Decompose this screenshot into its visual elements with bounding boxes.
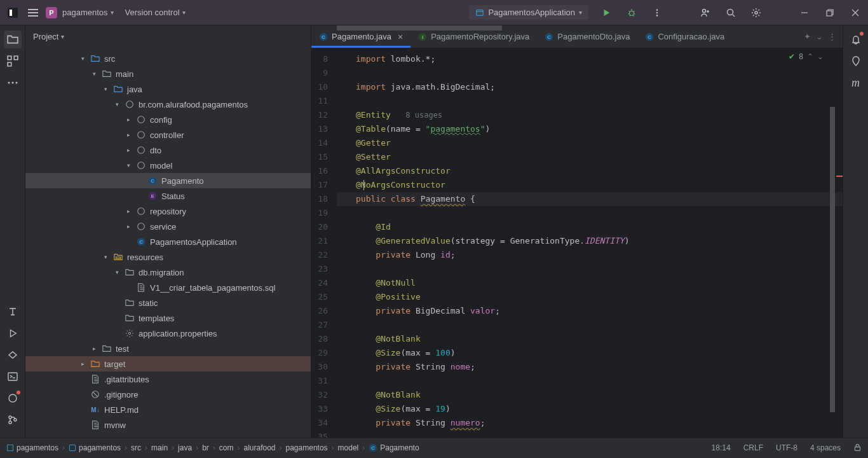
problems-tool-icon[interactable]: [4, 389, 22, 407]
project-tool-icon[interactable]: [4, 31, 22, 48]
tree-row[interactable]: V1__criar_tabela_pagamentos.sql: [25, 280, 311, 295]
breadcrumb-item[interactable]: com: [219, 443, 234, 452]
settings-icon[interactable]: [749, 5, 764, 20]
file-encoding[interactable]: UTF-8: [776, 443, 797, 452]
debug-button[interactable]: [624, 5, 639, 20]
tree-row[interactable]: M↓HELP.md: [25, 402, 311, 417]
tree-row[interactable]: CPagamento: [25, 173, 311, 188]
tree-row[interactable]: ▾java: [25, 81, 311, 97]
tree-row[interactable]: ▾model: [25, 158, 311, 173]
run-config-selector[interactable]: PagamentosApplication ▾: [469, 5, 588, 20]
breadcrumb[interactable]: pagamentos›pagamentos›src›main›java›br›c…: [6, 443, 419, 452]
ai-icon[interactable]: ✦: [804, 32, 811, 41]
code-with-me-icon[interactable]: [698, 5, 713, 20]
tree-arrow-icon[interactable]: ▾: [102, 254, 109, 260]
tree-arrow-icon[interactable]: ▸: [125, 116, 132, 123]
breadcrumb-item[interactable]: CPagamento: [369, 443, 419, 452]
project-panel-header[interactable]: Project ▾: [25, 25, 311, 48]
run-tool-icon[interactable]: [4, 324, 22, 342]
tree-row[interactable]: ▾main: [25, 66, 311, 81]
ai-assistant-icon[interactable]: [847, 52, 865, 70]
tree-row[interactable]: CPagamentosApplication: [25, 234, 311, 249]
code-area[interactable]: ✔ 8 ⌃ ⌄ 89101112131415161718192021222324…: [311, 48, 843, 438]
tree-row[interactable]: static: [25, 295, 311, 310]
editor-tab[interactable]: CConfiguracao.java: [637, 25, 732, 48]
app-icon[interactable]: [5, 5, 20, 20]
tree-arrow-icon[interactable]: ▾: [79, 55, 86, 62]
more-tools-icon[interactable]: [4, 74, 22, 92]
editor-tab[interactable]: IPagamentoRepository.java: [410, 25, 537, 48]
code-lines[interactable]: import lombok.*; import java.math.BigDec…: [337, 48, 843, 438]
tree-arrow-icon[interactable]: ▸: [125, 208, 132, 214]
line-separator[interactable]: CRLF: [743, 443, 763, 452]
tree-row[interactable]: templates: [25, 310, 311, 326]
tree-arrow-icon[interactable]: ▸: [79, 361, 86, 367]
vcs-tool-icon[interactable]: [4, 411, 22, 429]
tree-row[interactable]: ▸repository: [25, 204, 311, 219]
package-icon: [136, 130, 146, 139]
tree-arrow-icon[interactable]: ▾: [102, 86, 109, 92]
tree-row[interactable]: ▸service: [25, 219, 311, 234]
tree-row[interactable]: mvnw: [25, 417, 311, 433]
tree-row[interactable]: EStatus: [25, 188, 311, 204]
tab-label: PagamentoDto.java: [557, 32, 630, 41]
tree-row[interactable]: ▸target: [25, 356, 311, 371]
project-tree[interactable]: ▾src▾main▾java▾br.com.alurafood.pagament…: [25, 48, 311, 438]
chevron-down-icon[interactable]: ⌄: [816, 32, 823, 41]
cursor-position[interactable]: 18:14: [712, 443, 731, 452]
run-button[interactable]: [599, 5, 614, 20]
tree-arrow-icon[interactable]: ▾: [113, 269, 121, 275]
minimize-icon[interactable]: [797, 5, 812, 20]
tree-row[interactable]: ▾src: [25, 51, 311, 66]
breadcrumb-item[interactable]: pagamentos: [6, 443, 58, 452]
tree-row[interactable]: ▸test: [25, 341, 311, 356]
svg-point-28: [138, 147, 145, 154]
text-tool-icon[interactable]: [4, 303, 22, 321]
tree-row[interactable]: ▾br.com.alurafood.pagamentos: [25, 97, 311, 112]
terminal-tool-icon[interactable]: [4, 368, 22, 385]
more-icon[interactable]: ⋮: [828, 32, 836, 41]
tree-arrow-icon[interactable]: ▾: [113, 101, 121, 108]
breadcrumb-item[interactable]: java: [178, 443, 192, 452]
main-menu-icon[interactable]: [25, 5, 41, 20]
close-icon[interactable]: [848, 5, 863, 20]
error-stripe[interactable]: [835, 48, 843, 438]
tree-row[interactable]: ▸config: [25, 112, 311, 127]
tree-row[interactable]: ▸dto: [25, 142, 311, 158]
tree-arrow-icon[interactable]: ▸: [90, 345, 98, 352]
readonly-icon[interactable]: [853, 443, 862, 452]
notifications-icon[interactable]: [847, 31, 865, 48]
search-icon[interactable]: [723, 5, 738, 20]
breadcrumb-item[interactable]: pagamentos: [286, 443, 328, 452]
tree-arrow-icon[interactable]: ▸: [125, 147, 132, 153]
structure-tool-icon[interactable]: [4, 52, 22, 70]
services-tool-icon[interactable]: [4, 346, 22, 364]
breadcrumb-item[interactable]: src: [131, 443, 141, 452]
tree-row[interactable]: ▾resources: [25, 249, 311, 265]
breadcrumb-item[interactable]: br: [202, 443, 209, 452]
indent-info[interactable]: 4 spaces: [810, 443, 841, 452]
tree-row[interactable]: application.properties: [25, 326, 311, 341]
breadcrumb-item[interactable]: pagamentos: [69, 443, 121, 452]
editor-scrollbar-v[interactable]: [830, 48, 835, 438]
close-icon[interactable]: ×: [398, 32, 403, 42]
tree-arrow-icon[interactable]: ▾: [90, 71, 98, 77]
project-selector[interactable]: pagamentos▾: [62, 8, 114, 17]
breadcrumb-item[interactable]: model: [338, 443, 359, 452]
tree-arrow-icon[interactable]: ▾: [125, 162, 132, 169]
breadcrumb-item[interactable]: alurafood: [243, 443, 275, 452]
restore-icon[interactable]: [822, 5, 837, 20]
editor-tab[interactable]: CPagamento.java×: [311, 25, 410, 48]
svg-rect-50: [70, 445, 76, 450]
vcs-selector[interactable]: Version control▾: [125, 8, 186, 17]
maven-tool-icon[interactable]: m: [847, 74, 865, 92]
tree-row[interactable]: ▸controller: [25, 127, 311, 142]
more-actions-icon[interactable]: [649, 5, 665, 20]
tree-arrow-icon[interactable]: ▸: [125, 223, 132, 230]
tree-row[interactable]: ▾db.migration: [25, 265, 311, 280]
tree-arrow-icon[interactable]: ▸: [125, 132, 132, 138]
tree-row[interactable]: .gitattributes: [25, 371, 311, 387]
tree-row[interactable]: .gitignore: [25, 387, 311, 402]
breadcrumb-item[interactable]: main: [151, 443, 168, 452]
editor-tab[interactable]: CPagamentoDto.java: [537, 25, 637, 48]
